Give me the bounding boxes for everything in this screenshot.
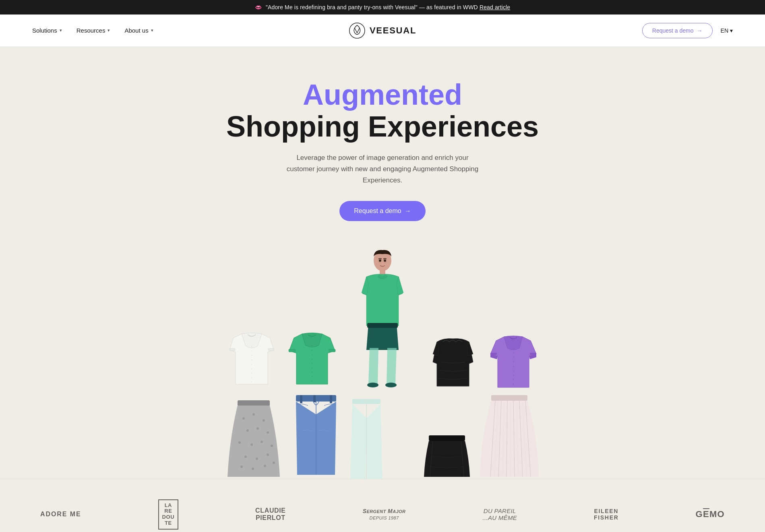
brands-section: ADORE ME LAREDOUTE CLAUDIEPIERLOT SERGEN…: [0, 479, 765, 532]
svg-rect-38: [300, 395, 302, 403]
brand-gemo: GEMO: [695, 509, 725, 520]
nav-left: Solutions ▾ Resources ▾ About us ▾: [32, 27, 153, 34]
svg-point-26: [238, 441, 241, 444]
product-white-pants: [350, 398, 382, 479]
logo[interactable]: VEESUAL: [349, 22, 416, 39]
hero-subtitle: Leverage the power of image generation a…: [286, 152, 479, 186]
svg-rect-42: [352, 399, 380, 404]
svg-rect-18: [530, 353, 536, 355]
lang-chevron-icon: ▾: [730, 27, 733, 34]
svg-rect-2: [229, 348, 235, 351]
svg-point-29: [271, 445, 273, 447]
svg-point-36: [273, 462, 275, 464]
svg-rect-19: [238, 400, 270, 406]
announcement-link[interactable]: Read article: [480, 4, 510, 10]
product-black-top: [427, 330, 479, 390]
svg-point-32: [267, 453, 269, 456]
product-blue-jeans: [290, 394, 342, 479]
product-pink-skirt: [479, 394, 540, 479]
product-green-shirt: [286, 326, 338, 390]
bottoms-row: [137, 394, 628, 479]
arrow-icon: →: [405, 207, 411, 215]
brand-adore-me: ADORE ME: [40, 511, 81, 518]
navbar: Solutions ▾ Resources ▾ About us ▾ VEESU…: [0, 14, 765, 47]
brand-claudie: CLAUDIEPIERLOT: [255, 507, 286, 522]
about-chevron-icon: ▾: [151, 28, 153, 33]
logo-icon: [349, 22, 366, 39]
announcement-bar: 👄 "Adore Me is redefining bra and panty …: [0, 0, 765, 14]
hero-cta-button[interactable]: Request a demo →: [339, 201, 425, 221]
hero-title-purple: Augmented: [8, 79, 757, 111]
svg-point-22: [263, 419, 265, 422]
brand-laredoute: LAREDOUTE: [158, 499, 178, 530]
hero-section: Augmented Shopping Experiences Leverage …: [0, 47, 765, 237]
nav-resources[interactable]: Resources ▾: [76, 27, 110, 34]
product-center-model: [346, 245, 419, 390]
product-purple-shirt: [487, 328, 540, 390]
brand-eileen: EILEENFISHER: [594, 508, 618, 521]
lip-icon: 👄: [255, 4, 262, 10]
product-black-skirt: [423, 435, 471, 479]
nav-about[interactable]: About us ▾: [124, 27, 153, 34]
svg-point-24: [256, 427, 259, 430]
svg-point-35: [264, 465, 266, 467]
svg-rect-9: [367, 323, 398, 328]
svg-point-11: [385, 383, 397, 387]
svg-rect-3: [268, 348, 274, 351]
svg-rect-6: [329, 349, 335, 352]
brand-dupil: du pareil...au même: [482, 507, 517, 521]
nav-solutions[interactable]: Solutions ▾: [32, 27, 62, 34]
svg-point-20: [242, 417, 245, 420]
svg-rect-5: [289, 349, 296, 352]
svg-point-34: [252, 468, 254, 470]
svg-rect-40: [330, 395, 332, 403]
svg-point-21: [252, 413, 255, 416]
svg-point-15: [384, 259, 386, 262]
tops-row: [137, 245, 628, 390]
announcement-text: "Adore Me is redefining bra and panty tr…: [266, 4, 478, 10]
nav-demo-button[interactable]: Request a demo →: [642, 23, 713, 38]
svg-point-28: [261, 441, 263, 443]
svg-point-27: [250, 443, 253, 446]
lang-selector[interactable]: EN ▾: [721, 27, 733, 34]
product-white-shirt: [225, 326, 278, 390]
solutions-chevron-icon: ▾: [60, 28, 62, 33]
hero-title-black: Shopping Experiences: [8, 111, 757, 143]
logo-text: VEESUAL: [370, 25, 416, 36]
svg-point-31: [256, 457, 258, 460]
svg-rect-44: [429, 435, 465, 441]
clothes-section: [121, 237, 644, 479]
svg-rect-47: [491, 395, 527, 401]
nav-right: Request a demo → EN ▾: [642, 23, 733, 38]
svg-point-10: [367, 383, 378, 387]
svg-point-14: [379, 259, 381, 262]
svg-point-25: [267, 431, 269, 434]
svg-rect-17: [490, 353, 497, 355]
hero-title: Augmented Shopping Experiences: [8, 79, 757, 143]
product-gray-skirt: [225, 398, 282, 479]
resources-chevron-icon: ▾: [108, 28, 110, 33]
svg-rect-39: [313, 395, 316, 402]
svg-point-23: [246, 429, 249, 432]
svg-point-30: [244, 455, 247, 458]
arrow-icon: →: [697, 27, 703, 34]
brand-sergent: SERGENT MAJOR depuis 1987: [363, 508, 406, 521]
svg-point-33: [240, 466, 243, 468]
